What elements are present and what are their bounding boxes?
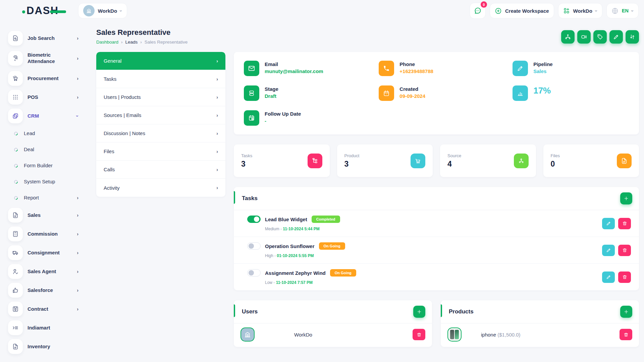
delete-task-button[interactable] [618,218,631,229]
task-status-badge: On Going [319,242,345,250]
video-icon [581,34,587,40]
edit-task-button[interactable] [602,218,615,229]
pencil-icon [513,61,528,76]
messages-button[interactable]: 0 [470,3,486,19]
cart-icon [411,154,425,168]
stat-value: 0 [551,160,560,169]
sidebar-item-lead[interactable]: Lead [8,125,82,141]
chevron-right-icon: › [216,149,218,154]
stats-row: Tasks3 Product3 Source4 Files0 [234,144,639,177]
donut-icon [13,179,19,184]
meeting-button[interactable] [577,30,591,44]
tab-files[interactable]: Files› [96,142,225,161]
task-row: Operation Sunflower On Going High - 01-1… [234,237,639,264]
pencil-icon [606,221,611,226]
sidebar-item-pos[interactable]: POS› [8,88,82,107]
created-field: Created09-09-2024 [379,85,513,101]
sidebar-item-sales-agent[interactable]: Sales Agent› [8,262,82,281]
tab-users-products[interactable]: Users | Products› [96,88,225,106]
account-menu[interactable]: WorkDo › [558,3,602,18]
edit-task-button[interactable] [602,272,615,283]
chevron-right-icon: › [121,40,123,45]
sales-document-icon [8,208,23,223]
server-icon [244,85,259,101]
email-value[interactable]: munuty@mailinator.com [265,68,323,74]
user-name: WorkDo [294,332,312,338]
workspace-selector[interactable]: WorkDo › [78,3,127,18]
edit-lead-button[interactable] [609,30,623,44]
phone-value[interactable]: +16239488788 [399,68,433,74]
sidebar-item-commission[interactable]: Commission› [8,225,82,243]
labels-button[interactable] [593,30,607,44]
page-actions [561,30,639,44]
trash-icon [417,332,422,337]
language-selector[interactable]: EN › [606,3,639,18]
sitemap-button[interactable] [561,30,575,44]
tab-tasks[interactable]: Tasks› [96,70,225,88]
section-accent [234,191,235,204]
logo-dash-icon [50,10,66,13]
sidebar-item-form-builder[interactable]: Form Builder [8,158,82,174]
globe-icon [611,7,619,14]
task-toggle[interactable] [247,242,261,250]
sidebar-item-crm[interactable]: CRM› [8,107,82,125]
tab-activity[interactable]: Activity› [96,179,225,197]
delete-product-button[interactable] [620,329,632,340]
sidebar-item-procurement[interactable]: Procurement› [8,69,82,88]
breadcrumb-dashboard[interactable]: Dashboard [96,40,118,45]
envelope-icon [244,61,259,76]
chevron-right-icon: › [216,167,218,172]
tab-calls[interactable]: Calls› [96,161,225,179]
chevron-down-icon: › [120,8,122,14]
task-row: Lead Blue Widget Completed Medium - 11-1… [234,210,639,237]
language-label: EN [622,8,629,13]
convert-button[interactable] [626,30,639,44]
chevron-down-icon: › [77,113,78,119]
task-toggle[interactable] [247,216,261,223]
lead-tabs-panel: General› Tasks› Users | Products› Source… [96,52,225,197]
top-bar: DASH WorkDo › 0 Create Workspace WorkDo … [0,0,644,21]
add-task-button[interactable] [620,192,632,204]
sidebar-item-contract[interactable]: Contract› [8,300,82,318]
chevron-right-icon: › [216,58,218,64]
trash-icon [624,332,629,337]
fingerprint-icon [8,51,23,66]
add-product-button[interactable] [620,306,632,318]
tasks-section-title: Tasks [242,195,258,202]
tab-general[interactable]: General› [96,52,225,70]
sidebar-item-sales[interactable]: Sales› [8,206,82,225]
convert-icon [629,34,635,40]
delete-task-button[interactable] [618,272,631,283]
lead-details-card: Emailmunuty@mailinator.com Phone+1623948… [234,52,639,134]
delete-user-button[interactable] [413,329,425,340]
product-name: iphone [481,332,496,338]
chevron-right-icon: › [77,306,78,312]
chat-icon [474,7,482,15]
breadcrumb-leads[interactable]: Leads [125,40,138,45]
tab-discussion-notes[interactable]: Discussion | Notes› [96,124,225,142]
delete-task-button[interactable] [618,245,631,256]
plus-icon [624,196,629,201]
add-user-button[interactable] [413,306,425,318]
progress-percent: 17% [533,85,551,96]
sidebar-item-indiamart[interactable]: Indiamart [8,318,82,337]
create-workspace-button[interactable]: Create Workspace [490,3,554,18]
sidebar-item-consignment[interactable]: Consignment› [8,243,82,262]
sidebar-item-salesforce[interactable]: Salesforce› [8,281,82,300]
workspace-name: WorkDo [98,8,117,14]
sidebar-item-inventory[interactable]: Inventory [8,337,82,356]
sidebar-item-job-search[interactable]: Job Search› [8,29,82,48]
email-field: Emailmunuty@mailinator.com [244,61,379,76]
plus-icon [624,309,629,314]
sidebar-item-report[interactable]: Report› [8,190,82,206]
edit-task-button[interactable] [602,245,615,256]
sidebar-item-system-setup[interactable]: System Setup [8,174,82,190]
task-toggle[interactable] [247,269,261,277]
sidebar-item-biometric-attendance[interactable]: Biometric Attendance› [8,48,82,69]
bar-chart-icon [513,85,528,101]
trash-icon [622,248,627,253]
donut-icon [13,147,19,152]
followup-field: Follow Up Date- [244,110,379,126]
sidebar-item-deal[interactable]: Deal [8,141,82,158]
tab-sources-emails[interactable]: Sources | Emails› [96,106,225,124]
